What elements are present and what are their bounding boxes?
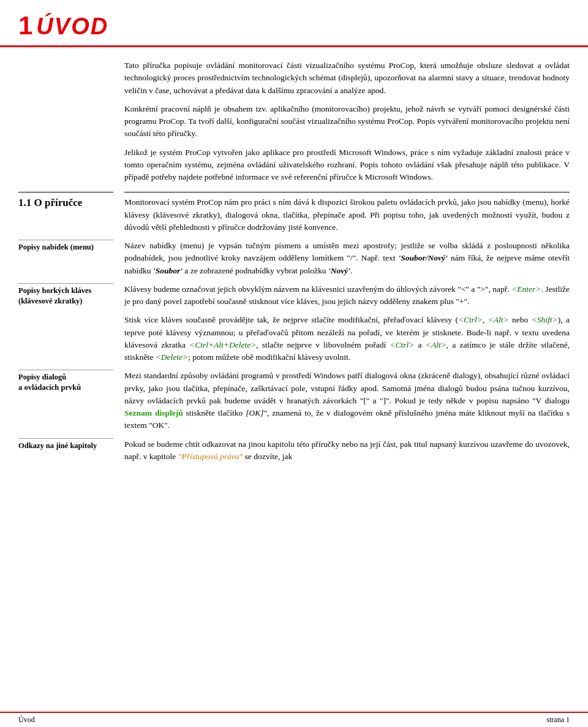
intro-section: Tato příručka popisuje ovládání monitoro… xyxy=(124,59,570,183)
intro-para1: Tato příručka popisuje ovládání monitoro… xyxy=(124,59,570,97)
section-11-heading-row: 1.1 O příručce Monitorovací systém ProCo… xyxy=(18,192,570,234)
page-title: 1 Úvod xyxy=(18,11,570,45)
sidebar-links-label: Odkazy na jiné kapitoly xyxy=(18,438,113,463)
intro-para3: Jelikož je systém ProCop vytvořen jako a… xyxy=(124,147,570,184)
sidebar-keys-label: Popisy horkých kláves(klávesové zkratky) xyxy=(18,283,113,364)
block-dialogs-para1: Mezi standardní způsoby ovládání program… xyxy=(124,370,570,432)
block-menu: Popisy nabídek (menu) Název nabídky (men… xyxy=(18,240,570,277)
block-dialogs-content: Mezi standardní způsoby ovládání program… xyxy=(124,370,570,432)
block-links: Odkazy na jiné kapitoly Pokud se budeme … xyxy=(18,438,570,463)
page-footer: Úvod strana 1 xyxy=(0,712,588,727)
section-11-intro: Monitorovací systém ProCop nám pro práci… xyxy=(124,196,570,234)
block-keys-para2: Stisk více kláves současně provádějte ta… xyxy=(124,314,570,364)
block-keys: Popisy horkých kláves(klávesové zkratky)… xyxy=(18,283,570,364)
footer-right: strana 1 xyxy=(546,715,570,725)
intro-para2: Konkrétní pracovní náplň je obsahem tzv.… xyxy=(124,103,570,140)
content-area: Tato příručka popisuje ovládání monitoro… xyxy=(0,47,588,463)
text-detect: "OK" xyxy=(149,421,168,430)
sidebar-dialogs-label: Popisy dialogůa ovládacích prvků xyxy=(18,370,113,432)
block-keys-content: Klávesy budeme označovat jejich obvyklým… xyxy=(124,283,570,364)
page-header: 1 Úvod xyxy=(0,0,588,47)
block-dialogs: Popisy dialogůa ovládacích prvků Mezi st… xyxy=(18,370,570,432)
section-11-label: 1.1 O příručce xyxy=(18,192,113,234)
section-11-right: Monitorovací systém ProCop nám pro práci… xyxy=(124,192,570,234)
block-keys-para1: Klávesy budeme označovat jejich obvyklým… xyxy=(124,283,570,308)
footer-left: Úvod xyxy=(18,715,35,725)
title-number: 1 xyxy=(18,11,32,40)
sidebar-menu-label: Popisy nabídek (menu) xyxy=(18,240,113,277)
block-links-content: Pokud se budeme chtít odkazovat na jinou… xyxy=(124,438,570,463)
title-text: Úvod xyxy=(36,13,108,40)
block-menu-para1: Název nabídky (menu) je vypsán tučným pí… xyxy=(124,240,570,277)
section-number: 1.1 O příručce xyxy=(18,192,113,210)
block-menu-content: Název nabídky (menu) je vypsán tučným pí… xyxy=(124,240,570,277)
block-links-para1: Pokud se budeme chtít odkazovat na jinou… xyxy=(124,438,570,463)
